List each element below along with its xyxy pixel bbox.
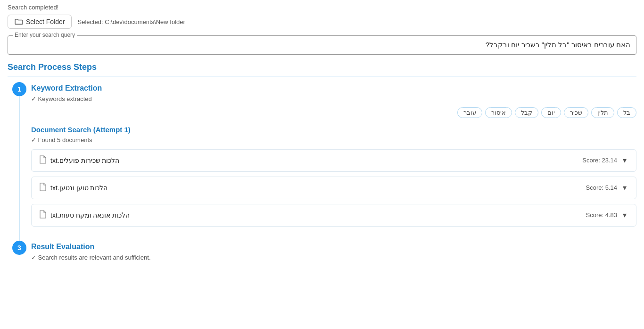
search-query-container: Enter your search query האם עוברים באיסו… — [8, 35, 636, 55]
search-query-label: Enter your search query — [13, 32, 77, 38]
sub-step-heading: Document Search (Attempt 1) — [31, 126, 636, 134]
document-card-1: הלכות שכירות פועלים.txt Score: 23.14 ▾ — [31, 149, 636, 172]
sub-step-status: ✓ Found 5 documents — [31, 136, 636, 143]
file-icon-3 — [39, 210, 47, 220]
keyword-chip: בל — [617, 107, 636, 118]
result-evaluation-heading: Result Evaluation — [31, 243, 636, 251]
doc-left-1: הלכות שכירות פועלים.txt — [39, 155, 119, 166]
keyword-chip: תלין — [591, 107, 614, 118]
keywords-row: בל תלין שכיר יום קבל איסור עובר — [31, 107, 636, 118]
folder-icon — [15, 18, 23, 25]
doc-score-2: Score: 5.14 — [586, 184, 618, 191]
chevron-down-icon-2: ▾ — [623, 184, 627, 192]
doc-left-3: הלכות אונאה ומקח טעות.txt — [39, 210, 130, 220]
doc-expand-button-3[interactable]: ▾ — [621, 211, 628, 219]
step-1-circle: 1 — [12, 82, 26, 96]
file-icon-2 — [39, 183, 47, 193]
doc-right-3: Score: 4.83 ▾ — [586, 211, 629, 219]
step-1-line — [19, 96, 20, 241]
document-card-3: הלכות אונאה ומקח טעות.txt Score: 4.83 ▾ — [31, 204, 636, 227]
result-eval-status: ✓ Search results are relevant and suffic… — [31, 254, 636, 261]
chevron-down-icon-3: ▾ — [623, 211, 627, 219]
doc-name-1: הלכות שכירות פועלים.txt — [50, 157, 119, 164]
chevron-down-icon-1: ▾ — [623, 156, 627, 164]
step-1-heading: Keyword Extraction — [31, 84, 636, 93]
doc-name-3: הלכות אונאה ומקח טעות.txt — [50, 211, 130, 219]
doc-score-3: Score: 4.83 — [586, 211, 618, 219]
doc-expand-button-1[interactable]: ▾ — [621, 156, 628, 165]
file-icon-1 — [39, 155, 47, 166]
search-query-text: האם עוברים באיסור "בל תלין" בשכיר יום וב… — [14, 40, 630, 51]
step-3-container: 3 Result Evaluation ✓ Search results are… — [8, 241, 636, 270]
select-folder-label: Select Folder — [26, 18, 65, 25]
keyword-chip: יום — [541, 107, 561, 118]
keyword-chip: איסור — [485, 107, 512, 118]
select-folder-button[interactable]: Select Folder — [8, 15, 72, 29]
selected-folder-path: Selected: C:\dev\documents\New folder — [77, 18, 185, 25]
doc-name-2: הלכות טוען ונטען.txt — [50, 184, 107, 192]
doc-score-1: Score: 23.14 — [582, 157, 617, 164]
keyword-chip: קבל — [515, 107, 538, 118]
step-1-container: 1 Keyword Extraction ✓ Keywords extracte… — [8, 82, 636, 241]
doc-left-2: הלכות טוען ונטען.txt — [39, 183, 107, 193]
step-1-content: Keyword Extraction ✓ Keywords extracted … — [31, 82, 636, 241]
document-card-2: הלכות טוען ונטען.txt Score: 5.14 ▾ — [31, 177, 636, 199]
doc-right-2: Score: 5.14 ▾ — [586, 183, 629, 192]
step-3-circle: 3 — [12, 241, 26, 255]
step-1-status: ✓ Keywords extracted — [31, 95, 636, 102]
doc-right-1: Score: 23.14 ▾ — [582, 156, 628, 165]
search-status: Search completed! — [8, 4, 636, 11]
step-3-content: Result Evaluation ✓ Search results are r… — [31, 241, 636, 270]
doc-expand-button-2[interactable]: ▾ — [621, 183, 628, 192]
section-title: Search Process Steps — [8, 62, 636, 76]
keyword-chip: שכיר — [564, 107, 588, 118]
keyword-chip: עובר — [457, 107, 482, 118]
